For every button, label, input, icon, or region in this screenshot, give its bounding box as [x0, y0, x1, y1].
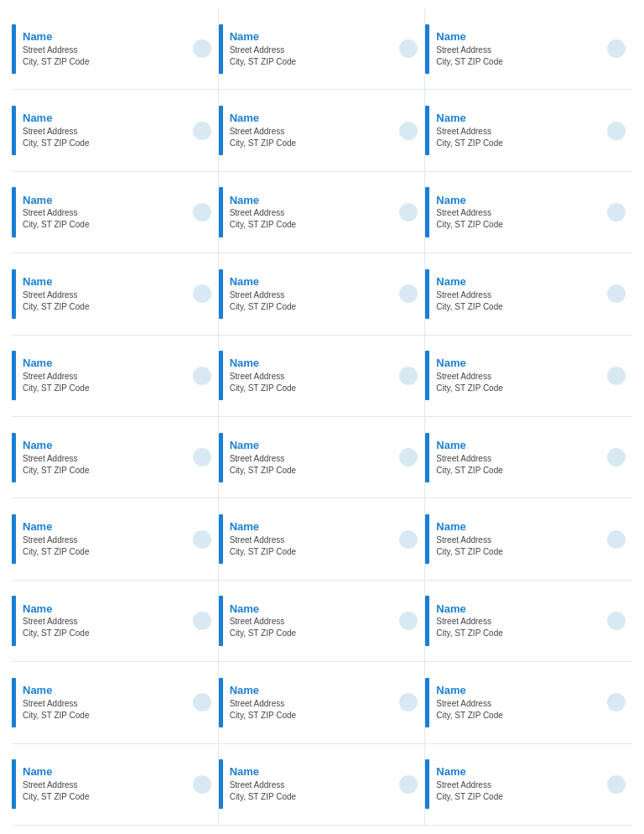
label-content: NameStreet AddressCity, ST ZIP Code: [23, 30, 190, 68]
label-circle-decoration: [399, 775, 418, 794]
label-cell: NameStreet AddressCity, ST ZIP Code: [425, 498, 632, 580]
label-cell: NameStreet AddressCity, ST ZIP Code: [219, 417, 426, 498]
label-content: NameStreet AddressCity, ST ZIP Code: [23, 112, 190, 149]
label-blue-bar: [12, 514, 16, 564]
label-name: Name: [436, 275, 604, 289]
label-city: City, ST ZIP Code: [23, 301, 190, 313]
label-content: NameStreet AddressCity, ST ZIP Code: [436, 602, 604, 640]
label-content: NameStreet AddressCity, ST ZIP Code: [436, 112, 604, 149]
label-name: Name: [436, 112, 604, 126]
label-name: Name: [23, 112, 190, 126]
label-blue-bar: [425, 187, 429, 237]
label-street: Street Address: [23, 44, 190, 56]
label-blue-bar: [12, 596, 16, 645]
label-cell: NameStreet AddressCity, ST ZIP Code: [12, 336, 219, 417]
label-street: Street Address: [23, 616, 190, 628]
label-blue-bar: [219, 269, 223, 319]
label-content: NameStreet AddressCity, ST ZIP Code: [23, 439, 190, 477]
label-name: Name: [23, 602, 190, 617]
label-street: Street Address: [436, 534, 604, 546]
label-cell: NameStreet AddressCity, ST ZIP Code: [219, 90, 426, 171]
label-content: NameStreet AddressCity, ST ZIP Code: [23, 194, 190, 232]
label-city: City, ST ZIP Code: [230, 383, 397, 394]
label-cell: NameStreet AddressCity, ST ZIP Code: [12, 581, 219, 662]
label-content: NameStreet AddressCity, ST ZIP Code: [436, 520, 604, 558]
label-street: Street Address: [436, 371, 604, 383]
label-blue-bar: [12, 433, 16, 482]
label-blue-bar: [219, 351, 223, 400]
label-circle-decoration: [399, 693, 418, 712]
label-city: City, ST ZIP Code: [230, 301, 397, 313]
label-city: City, ST ZIP Code: [436, 791, 604, 803]
label-city: City, ST ZIP Code: [230, 546, 397, 558]
label-city: City, ST ZIP Code: [230, 138, 397, 149]
label-street: Street Address: [436, 207, 604, 219]
label-name: Name: [230, 194, 397, 208]
label-city: City, ST ZIP Code: [23, 219, 190, 231]
label-circle-decoration: [193, 693, 211, 712]
label-street: Street Address: [436, 44, 604, 56]
label-name: Name: [230, 112, 397, 126]
label-name: Name: [23, 765, 190, 779]
label-circle-decoration: [607, 612, 626, 630]
label-blue-bar: [219, 678, 223, 727]
label-circle-decoration: [399, 122, 418, 140]
label-blue-bar: [12, 351, 16, 400]
label-street: Street Address: [230, 289, 397, 301]
label-blue-bar: [425, 24, 429, 74]
label-content: NameStreet AddressCity, ST ZIP Code: [436, 439, 604, 477]
label-blue-bar: [12, 106, 16, 155]
label-cell: NameStreet AddressCity, ST ZIP Code: [12, 90, 219, 171]
label-circle-decoration: [607, 530, 626, 549]
label-name: Name: [230, 439, 397, 453]
label-street: Street Address: [436, 289, 604, 301]
label-city: City, ST ZIP Code: [23, 628, 190, 639]
label-cell: NameStreet AddressCity, ST ZIP Code: [12, 498, 219, 580]
label-city: City, ST ZIP Code: [230, 56, 397, 68]
label-circle-decoration: [193, 612, 211, 630]
label-street: Street Address: [230, 371, 397, 383]
label-circle-decoration: [607, 448, 626, 467]
label-content: NameStreet AddressCity, ST ZIP Code: [436, 275, 604, 313]
label-street: Street Address: [436, 779, 604, 791]
label-city: City, ST ZIP Code: [230, 710, 397, 722]
label-cell: NameStreet AddressCity, ST ZIP Code: [12, 744, 219, 826]
label-circle-decoration: [607, 203, 626, 222]
label-blue-bar: [425, 351, 429, 400]
label-name: Name: [23, 30, 190, 44]
label-name: Name: [23, 684, 190, 698]
label-blue-bar: [425, 596, 429, 645]
label-name: Name: [436, 520, 604, 534]
label-circle-decoration: [193, 203, 211, 222]
label-name: Name: [436, 684, 604, 698]
label-street: Street Address: [230, 534, 397, 546]
label-content: NameStreet AddressCity, ST ZIP Code: [230, 439, 397, 477]
label-cell: NameStreet AddressCity, ST ZIP Code: [425, 744, 632, 826]
label-content: NameStreet AddressCity, ST ZIP Code: [436, 194, 604, 232]
label-street: Street Address: [230, 616, 397, 628]
label-circle-decoration: [399, 367, 418, 385]
label-street: Street Address: [436, 616, 604, 628]
label-name: Name: [436, 357, 604, 371]
label-circle-decoration: [607, 775, 626, 794]
label-name: Name: [23, 194, 190, 208]
label-content: NameStreet AddressCity, ST ZIP Code: [230, 357, 397, 394]
label-street: Street Address: [436, 698, 604, 710]
label-city: City, ST ZIP Code: [23, 383, 190, 394]
label-blue-bar: [219, 187, 223, 237]
label-blue-bar: [12, 187, 16, 237]
label-city: City, ST ZIP Code: [230, 628, 397, 639]
label-circle-decoration: [607, 367, 626, 385]
label-name: Name: [230, 357, 397, 371]
label-street: Street Address: [23, 207, 190, 219]
label-blue-bar: [12, 678, 16, 727]
label-cell: NameStreet AddressCity, ST ZIP Code: [219, 498, 426, 580]
label-city: City, ST ZIP Code: [436, 219, 604, 231]
label-cell: NameStreet AddressCity, ST ZIP Code: [219, 581, 426, 662]
label-name: Name: [436, 30, 604, 44]
label-city: City, ST ZIP Code: [23, 791, 190, 803]
label-name: Name: [230, 520, 397, 534]
label-street: Street Address: [23, 698, 190, 710]
label-blue-bar: [12, 269, 16, 319]
label-city: City, ST ZIP Code: [436, 546, 604, 558]
